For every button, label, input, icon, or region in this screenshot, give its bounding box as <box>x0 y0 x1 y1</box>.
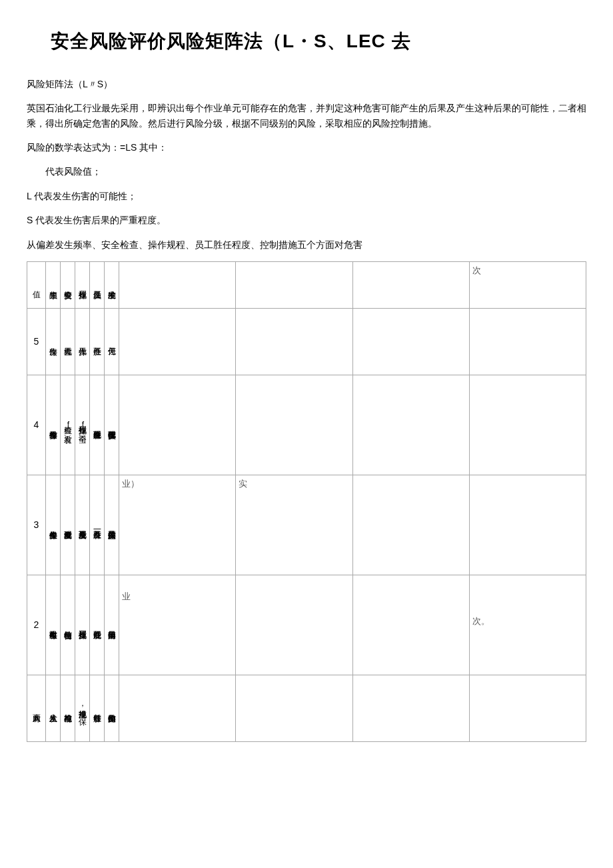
row-c3: 发全现复后不及 <box>75 475 90 575</box>
hdr-wide4: 次 <box>469 261 586 308</box>
row-c2: 无检查 <box>61 308 75 375</box>
row-c3: 操作规程三反 <box>75 575 90 675</box>
hdr-c1: 生频率 <box>46 261 61 308</box>
row-c1: 每年改有发生司 <box>46 575 61 675</box>
table-row: 3 每年操会发生 发全现复后检查 发全现复后不及 一一胜任不及有 应操作的要满足… <box>27 475 586 575</box>
table-header-row: 值 生频率 安全检查 操作规程 员工胜任 准发生的 次 <box>27 261 586 308</box>
page-title: 安全风险评价风险矩阵法（L・S、LEC 去 <box>51 27 586 57</box>
row-val: 2 <box>27 575 46 675</box>
row-wide3 <box>352 375 469 475</box>
row-c2: 检结合与善使 <box>61 575 75 675</box>
row-c2: 检准与检规 <box>61 675 75 741</box>
row-c1: 从发生人 <box>46 675 61 741</box>
row-val: 3 <box>27 475 46 575</box>
row-c4: 够胜任有 <box>90 675 105 741</box>
row-wide2: 实 <box>236 475 352 575</box>
row-val: 5 <box>27 308 46 375</box>
paragraph-7: 从偏差发生频率、安全检查、操作规程、员工胜任程度、控制措施五个方面对危害 <box>27 237 586 252</box>
paragraph-2: 英国石油化工行业最先采用，即辨识出每个作业单元可能存在的危害，并判定这种危害可能… <box>27 101 586 131</box>
paragraph-4: 代表风险值； <box>45 164 586 179</box>
row-c2: 发全现复后检查 <box>61 475 75 575</box>
row-wide1 <box>119 375 236 475</box>
row-c3: 准规操规，保 <box>75 675 90 741</box>
row-c1: 每次作 <box>46 308 61 375</box>
hdr-c4: 员工胜任 <box>90 261 105 308</box>
row-wide1: 业 <box>119 575 236 675</box>
paragraph-3: 风险的数学表达式为：=LS 其中： <box>27 140 586 155</box>
title-latin: L・S、LEC <box>283 31 386 51</box>
row-val: 从人面对 <box>27 675 46 741</box>
table-row: 4 每季操作有发 检查f有发） 操作规程f全）司 不胜任未出现有 有出现操作落实… <box>27 375 586 475</box>
row-wide1 <box>119 675 236 741</box>
row-wide4 <box>469 675 586 741</box>
row-c3: 操作规程f全）司 <box>75 375 90 475</box>
hdr-c3: 操作规程 <box>75 261 90 308</box>
row-c5: 无任何 <box>105 308 119 375</box>
hdr-c0: 值 <box>27 261 46 308</box>
table-row: 从人面对 从发生人 检准与检规 准规操规，保 够胜任有 出操作整的角 <box>27 675 586 741</box>
row-wide2 <box>236 375 352 475</box>
hdr-c5: 准发生的 <box>105 261 119 308</box>
row-c5: 应操作的要满足 <box>105 475 119 575</box>
row-wide2 <box>236 675 352 741</box>
row-wide4: 次。 <box>469 575 586 675</box>
table-row: 2 每年改有发生司 检结合与善使 操作规程三反 胜任观能不 出操日的角落 业 次… <box>27 575 586 675</box>
row-c4: 不胜任未出现有 <box>90 375 105 475</box>
title-right: 去 <box>386 31 411 51</box>
row-c4: 胜任观能不 <box>90 575 105 675</box>
table-row: 5 每次作 无检查 无操作 不胜任 无任何 <box>27 308 586 375</box>
row-c2: 检查f有发） <box>61 375 75 475</box>
row-val: 4 <box>27 375 46 475</box>
paragraph-6: S 代表发生伤害后果的严重程度。 <box>27 213 586 227</box>
row-c3: 无操作 <box>75 308 90 375</box>
title-left: 安全风险评价风险矩阵法（ <box>51 31 283 51</box>
row-c4: 一一胜任不及有 <box>90 475 105 575</box>
row-c4: 不胜任 <box>90 308 105 375</box>
row-wide1: 业） <box>119 475 236 575</box>
row-c1: 每年操会发生 <box>46 475 61 575</box>
row-wide2 <box>236 575 352 675</box>
row-c1: 每季操作有发 <box>46 375 61 475</box>
row-wide3 <box>352 475 469 575</box>
hdr-wide1 <box>119 261 236 308</box>
paragraph-5: L 代表发生伤害的可能性； <box>27 189 586 203</box>
row-wide2 <box>236 308 352 375</box>
row-wide1 <box>119 308 236 375</box>
row-c5: 有出现操作落实任 <box>105 375 119 475</box>
row-c5: 出操作整的角 <box>105 675 119 741</box>
row-wide4 <box>469 375 586 475</box>
row-wide3 <box>352 308 469 375</box>
row-wide3 <box>352 675 469 741</box>
hdr-wide2 <box>236 261 352 308</box>
risk-table: 值 生频率 安全检查 操作规程 员工胜任 准发生的 次 5 每次作 无检查 无操… <box>27 261 586 742</box>
paragraph-1: 风险矩阵法（L〃S） <box>27 77 586 91</box>
row-wide4 <box>469 308 586 375</box>
hdr-wide3 <box>352 261 469 308</box>
hdr-c2: 安全检查 <box>61 261 75 308</box>
row-wide3 <box>352 575 469 675</box>
row-wide4 <box>469 475 586 575</box>
row-c5: 出操日的角落 <box>105 575 119 675</box>
